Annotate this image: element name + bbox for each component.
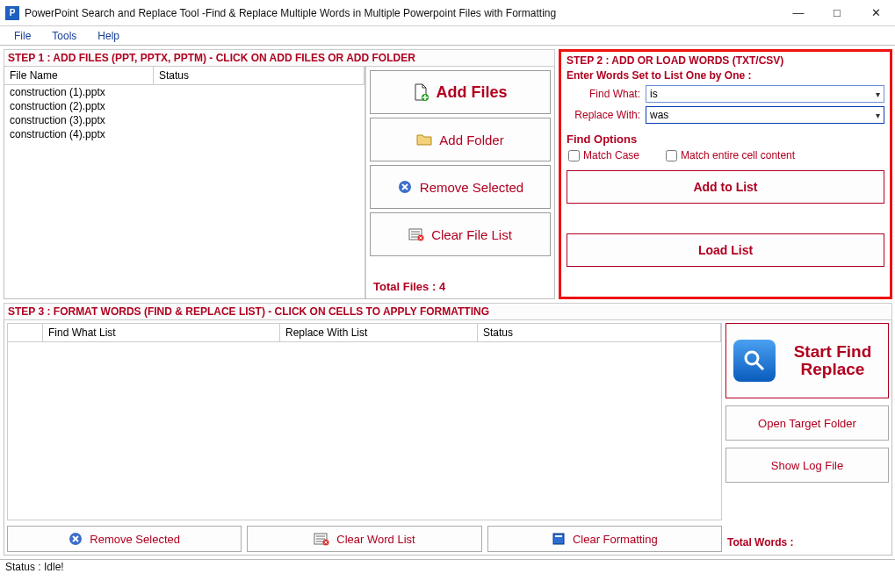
find-what-input[interactable] [650, 88, 880, 100]
add-to-list-button[interactable]: Add to List [567, 170, 884, 204]
match-case-checkbox[interactable]: Match Case [568, 149, 639, 161]
close-button[interactable]: ✕ [856, 0, 895, 26]
folder-icon [416, 132, 432, 147]
replace-with-combo[interactable]: ▾ [646, 106, 884, 124]
file-status-cell [154, 127, 364, 141]
table-row[interactable]: construction (3).pptx [4, 113, 364, 127]
window-title: PowerPoint Search and Replace Tool -Find… [25, 7, 779, 19]
table-row[interactable]: construction (2).pptx [4, 99, 364, 113]
step2-sub: Enter Words Set to List One by One : [567, 69, 884, 82]
svg-rect-7 [553, 534, 564, 544]
remove-selected-button[interactable]: Remove Selected [370, 165, 551, 209]
clear-file-list-button[interactable]: Clear File List [370, 212, 551, 256]
col-blank[interactable] [8, 324, 43, 341]
add-folder-button[interactable]: Add Folder [370, 118, 551, 161]
file-name-cell: construction (3).pptx [4, 113, 154, 127]
chevron-down-icon[interactable]: ▾ [876, 111, 880, 120]
find-what-label: Find What: [567, 88, 640, 100]
col-file-status[interactable]: Status [154, 67, 364, 84]
table-row[interactable]: construction (4).pptx [4, 127, 364, 141]
add-files-label: Add Files [436, 83, 507, 102]
step1-side-buttons: Add Files Add Folder Remove Selected [365, 67, 554, 298]
total-words-label: Total Words : [725, 533, 889, 552]
show-log-file-button[interactable]: Show Log File [725, 448, 889, 483]
menubar: File Tools Help [0, 26, 895, 46]
col-replace-with[interactable]: Replace With List [280, 324, 478, 341]
clear-word-list-button[interactable]: Clear Word List [247, 526, 481, 552]
file-name-cell: construction (1).pptx [4, 85, 154, 99]
chevron-down-icon[interactable]: ▾ [876, 90, 880, 99]
start-label: Start Find Replace [784, 343, 881, 378]
find-options-label: Find Options [567, 133, 884, 146]
file-status-cell [154, 113, 364, 127]
add-folder-label: Add Folder [439, 133, 503, 147]
file-table[interactable]: File Name Status construction (1).pptxco… [4, 67, 365, 298]
col-word-status[interactable]: Status [478, 324, 721, 341]
replace-with-input[interactable] [650, 109, 880, 121]
remove-selected-word-button[interactable]: Remove Selected [7, 526, 242, 552]
add-files-button[interactable]: Add Files [370, 70, 551, 114]
col-find-what[interactable]: Find What List [43, 324, 280, 341]
word-table-header: Find What List Replace With List Status [8, 324, 721, 342]
step3-panel: STEP 3 : FORMAT WORDS (FIND & REPLACE LI… [4, 303, 892, 556]
maximize-button[interactable]: □ [818, 0, 856, 26]
file-table-header: File Name Status [4, 67, 364, 85]
col-file-name[interactable]: File Name [4, 67, 154, 84]
svg-rect-8 [555, 535, 562, 537]
remove-icon [69, 532, 83, 546]
match-entire-input[interactable] [666, 150, 677, 161]
menu-tools[interactable]: Tools [43, 28, 85, 44]
remove-selected-label: Remove Selected [420, 180, 523, 195]
match-entire-checkbox[interactable]: Match entire cell content [666, 149, 795, 161]
load-list-button[interactable]: Load List [567, 233, 884, 267]
open-target-folder-button[interactable]: Open Target Folder [725, 405, 889, 441]
table-row[interactable]: construction (1).pptx [4, 85, 364, 99]
step3-header: STEP 3 : FORMAT WORDS (FIND & REPLACE LI… [4, 303, 892, 320]
replace-with-label: Replace With: [567, 109, 640, 121]
menu-help[interactable]: Help [89, 28, 128, 44]
step2-panel: STEP 2 : ADD OR LOAD WORDS (TXT/CSV) Ent… [559, 49, 892, 299]
total-files-label: Total Files : 4 [370, 275, 551, 295]
status-bar: Status : Idle! [0, 559, 895, 575]
file-name-cell: construction (2).pptx [4, 99, 154, 113]
start-find-replace-button[interactable]: Start Find Replace [725, 323, 889, 398]
word-table-body[interactable] [8, 342, 721, 520]
step2-header: STEP 2 : ADD OR LOAD WORDS (TXT/CSV) [567, 54, 884, 67]
word-table[interactable]: Find What List Replace With List Status [7, 323, 722, 520]
step1-header: STEP 1 : ADD FILES (PPT, PPTX, PPTM) - C… [4, 49, 555, 67]
clear-formatting-button[interactable]: Clear Formatting [487, 526, 722, 552]
search-icon [733, 340, 776, 382]
format-icon [552, 532, 566, 546]
file-status-cell [154, 85, 364, 99]
titlebar: P PowerPoint Search and Replace Tool -Fi… [0, 0, 895, 26]
remove-icon [397, 179, 413, 195]
app-icon: P [5, 6, 19, 20]
step1-panel: STEP 1 : ADD FILES (PPT, PPTX, PPTM) - C… [4, 49, 555, 299]
clear-list-icon [314, 532, 329, 546]
minimize-button[interactable]: — [779, 0, 818, 26]
file-name-cell: construction (4).pptx [4, 127, 154, 141]
clear-list-icon [408, 226, 424, 242]
clear-file-list-label: Clear File List [431, 227, 512, 242]
match-case-input[interactable] [568, 150, 580, 161]
file-status-cell [154, 99, 364, 113]
menu-file[interactable]: File [5, 28, 40, 44]
add-files-icon [413, 84, 429, 100]
svg-point-9 [746, 352, 758, 364]
find-what-combo[interactable]: ▾ [646, 85, 884, 103]
step3-side: Start Find Replace Open Target Folder Sh… [725, 323, 889, 552]
